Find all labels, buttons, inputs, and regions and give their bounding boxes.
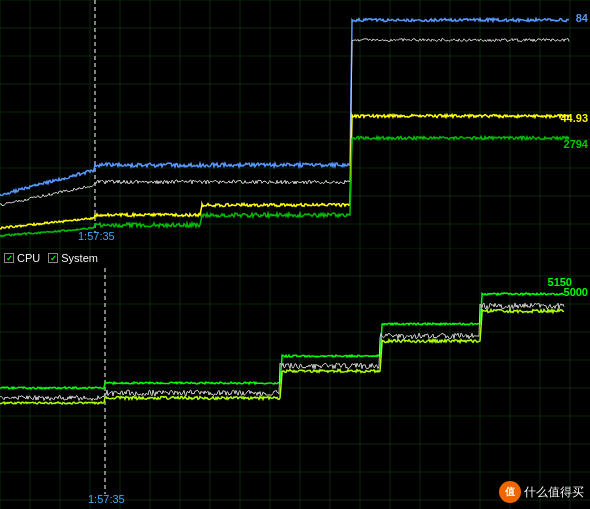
system-check: ✓: [50, 254, 57, 263]
legend-cpu: ✓ CPU: [4, 252, 40, 264]
legend-system: ✓ System: [48, 252, 98, 264]
top-green-label: 2794: [564, 138, 588, 150]
system-checkbox[interactable]: ✓: [48, 253, 58, 263]
watermark-text: 什么值得买: [524, 484, 584, 501]
top-chart: 84 44.93 2794 1:57:35: [0, 0, 590, 248]
cpu-label: CPU: [17, 252, 40, 264]
chart-container: 84 44.93 2794 1:57:35 ✓ CPU ✓ System 515…: [0, 0, 590, 509]
chart-legend: ✓ CPU ✓ System: [4, 252, 98, 264]
system-label: System: [61, 252, 98, 264]
cpu-check: ✓: [6, 254, 13, 263]
top-yellow-label: 44.93: [560, 112, 588, 124]
cpu-checkbox[interactable]: ✓: [4, 253, 14, 263]
bottom-timestamp: 1:57:35: [88, 493, 125, 505]
top-blue-label: 84: [576, 12, 588, 24]
watermark-icon: 值: [499, 481, 521, 503]
bottom-chart: ✓ CPU ✓ System 5150 5000 1:57:35 值 什么值得买: [0, 248, 590, 509]
watermark-icon-text: 值: [505, 485, 515, 499]
bottom-green-low-label: 5000: [564, 286, 588, 298]
watermark: 值 什么值得买: [499, 481, 584, 503]
top-timestamp: 1:57:35: [78, 230, 115, 242]
